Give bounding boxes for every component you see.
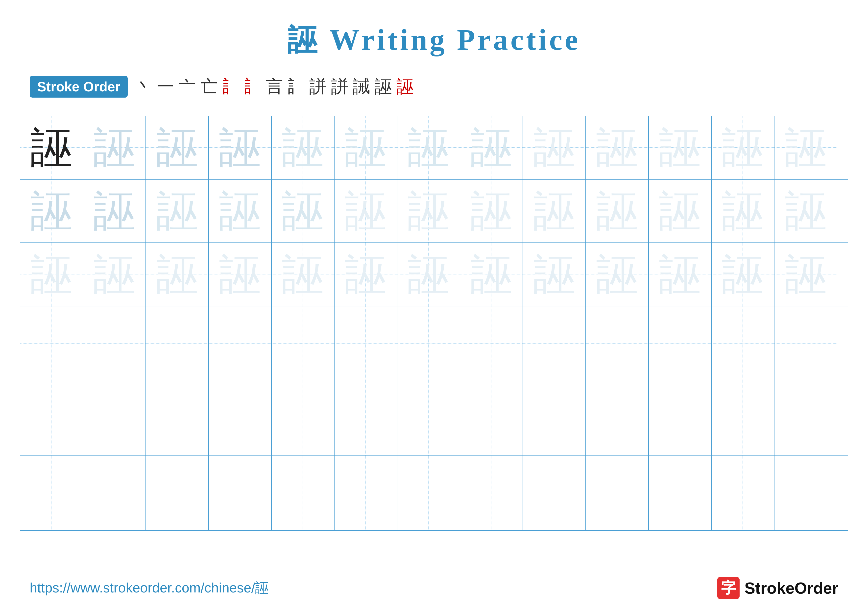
grid-cell-r1c13[interactable]: 誣 <box>775 116 837 179</box>
grid-cell-r1c6[interactable]: 誣 <box>335 116 397 179</box>
grid-cell-r6c2[interactable] <box>83 456 146 530</box>
grid-cell-r6c3[interactable] <box>146 456 209 530</box>
grid-cell-r5c6[interactable] <box>335 381 397 455</box>
grid-cell-r2c3[interactable]: 誣 <box>146 180 209 242</box>
grid-row-4 <box>20 306 848 381</box>
grid-cell-r2c13[interactable]: 誣 <box>775 180 837 242</box>
grid-cell-r6c11[interactable] <box>649 456 711 530</box>
grid-cell-r3c8[interactable]: 誣 <box>460 243 523 306</box>
grid-cell-r3c12[interactable]: 誣 <box>711 243 775 306</box>
grid-cell-r1c2[interactable]: 誣 <box>83 116 146 179</box>
practice-grid: 誣 誣 誣 誣 誣 誣 誣 誣 誣 誣 誣 誣 <box>20 116 848 531</box>
grid-cell-r3c7[interactable]: 誣 <box>397 243 460 306</box>
grid-cell-r2c11[interactable]: 誣 <box>649 180 711 242</box>
stroke-10: 誁 <box>331 75 349 98</box>
stroke-3: 亠 <box>179 75 196 98</box>
grid-row-1: 誣 誣 誣 誣 誣 誣 誣 誣 誣 誣 誣 誣 <box>20 116 848 180</box>
grid-cell-r6c10[interactable] <box>586 456 649 530</box>
grid-cell-r1c12[interactable]: 誣 <box>711 116 775 179</box>
stroke-9: 誁 <box>309 75 327 98</box>
stroke-6: 訁 <box>244 75 261 98</box>
stroke-7: 言 <box>266 75 283 98</box>
grid-cell-r5c7[interactable] <box>397 381 460 455</box>
grid-cell-r5c1[interactable] <box>20 381 83 455</box>
grid-cell-r4c10[interactable] <box>586 306 649 381</box>
footer-url[interactable]: https://www.strokeorder.com/chinese/誣 <box>30 579 269 597</box>
grid-cell-r3c13[interactable]: 誣 <box>775 243 837 306</box>
stroke-order-badge: Stroke Order <box>30 76 128 98</box>
grid-cell-r4c7[interactable] <box>397 306 460 381</box>
grid-cell-r4c13[interactable] <box>775 306 837 381</box>
grid-cell-r4c3[interactable] <box>146 306 209 381</box>
stroke-12: 誣 <box>375 75 392 98</box>
grid-cell-r2c2[interactable]: 誣 <box>83 180 146 242</box>
grid-cell-r5c8[interactable] <box>460 381 523 455</box>
grid-row-5 <box>20 381 848 456</box>
stroke-5: 訁 <box>222 75 240 98</box>
grid-cell-r2c12[interactable]: 誣 <box>711 180 775 242</box>
grid-cell-r4c12[interactable] <box>711 306 775 381</box>
grid-cell-r1c11[interactable]: 誣 <box>649 116 711 179</box>
grid-cell-r3c3[interactable]: 誣 <box>146 243 209 306</box>
grid-cell-r6c6[interactable] <box>335 456 397 530</box>
stroke-1: 丶 <box>135 75 152 98</box>
grid-cell-r1c1[interactable]: 誣 <box>20 116 83 179</box>
grid-cell-r2c6[interactable]: 誣 <box>335 180 397 242</box>
grid-cell-r4c9[interactable] <box>523 306 586 381</box>
grid-cell-r5c5[interactable] <box>272 381 335 455</box>
stroke-2: 一 <box>157 75 174 98</box>
grid-cell-r2c10[interactable]: 誣 <box>586 180 649 242</box>
grid-cell-r3c1[interactable]: 誣 <box>20 243 83 306</box>
grid-row-3: 誣 誣 誣 誣 誣 誣 誣 誣 誣 誣 誣 誣 <box>20 243 848 306</box>
grid-cell-r4c4[interactable] <box>209 306 272 381</box>
grid-cell-r2c8[interactable]: 誣 <box>460 180 523 242</box>
grid-cell-r1c10[interactable]: 誣 <box>586 116 649 179</box>
grid-cell-r1c5[interactable]: 誣 <box>272 116 335 179</box>
grid-cell-r3c4[interactable]: 誣 <box>209 243 272 306</box>
grid-cell-r4c2[interactable] <box>83 306 146 381</box>
grid-cell-r6c13[interactable] <box>775 456 837 530</box>
grid-cell-r2c9[interactable]: 誣 <box>523 180 586 242</box>
grid-cell-r1c9[interactable]: 誣 <box>523 116 586 179</box>
grid-cell-r3c2[interactable]: 誣 <box>83 243 146 306</box>
grid-cell-r6c4[interactable] <box>209 456 272 530</box>
grid-cell-r2c1[interactable]: 誣 <box>20 180 83 242</box>
grid-cell-r2c5[interactable]: 誣 <box>272 180 335 242</box>
stroke-sequence: 丶 一 亠 亡 訁 訁 言 訁 誁 誁 誡 誣 誣 <box>135 75 414 98</box>
grid-cell-r4c1[interactable] <box>20 306 83 381</box>
grid-cell-r1c4[interactable]: 誣 <box>209 116 272 179</box>
grid-cell-r3c9[interactable]: 誣 <box>523 243 586 306</box>
logo-icon: 字 <box>717 577 739 599</box>
grid-cell-r4c5[interactable] <box>272 306 335 381</box>
grid-cell-r6c8[interactable] <box>460 456 523 530</box>
grid-cell-r1c3[interactable]: 誣 <box>146 116 209 179</box>
grid-cell-r6c7[interactable] <box>397 456 460 530</box>
grid-cell-r5c12[interactable] <box>711 381 775 455</box>
grid-cell-r5c10[interactable] <box>586 381 649 455</box>
grid-cell-r2c7[interactable]: 誣 <box>397 180 460 242</box>
grid-cell-r1c7[interactable]: 誣 <box>397 116 460 179</box>
grid-cell-r6c1[interactable] <box>20 456 83 530</box>
grid-cell-r3c11[interactable]: 誣 <box>649 243 711 306</box>
grid-cell-r4c8[interactable] <box>460 306 523 381</box>
stroke-8: 訁 <box>288 75 305 98</box>
grid-cell-r3c6[interactable]: 誣 <box>335 243 397 306</box>
grid-cell-r6c12[interactable] <box>711 456 775 530</box>
grid-cell-r4c11[interactable] <box>649 306 711 381</box>
grid-cell-r6c5[interactable] <box>272 456 335 530</box>
grid-cell-r1c8[interactable]: 誣 <box>460 116 523 179</box>
grid-cell-r6c9[interactable] <box>523 456 586 530</box>
grid-cell-r3c5[interactable]: 誣 <box>272 243 335 306</box>
logo-text: StrokeOrder <box>744 579 838 597</box>
grid-cell-r5c2[interactable] <box>83 381 146 455</box>
grid-cell-r2c4[interactable]: 誣 <box>209 180 272 242</box>
footer: https://www.strokeorder.com/chinese/誣 字 … <box>30 577 838 599</box>
grid-cell-r5c3[interactable] <box>146 381 209 455</box>
grid-cell-r5c9[interactable] <box>523 381 586 455</box>
stroke-4: 亡 <box>200 75 218 98</box>
grid-cell-r5c11[interactable] <box>649 381 711 455</box>
grid-cell-r5c4[interactable] <box>209 381 272 455</box>
grid-cell-r4c6[interactable] <box>335 306 397 381</box>
grid-cell-r5c13[interactable] <box>775 381 837 455</box>
grid-cell-r3c10[interactable]: 誣 <box>586 243 649 306</box>
